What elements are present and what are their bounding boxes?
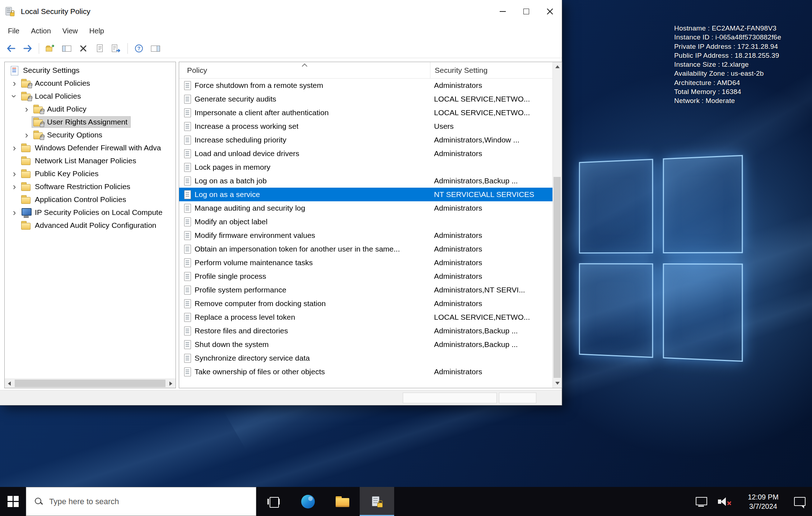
instance-info-line: Network : Moderate [674,96,781,105]
tree-item-label: Security Options [47,131,102,139]
tree-item[interactable]: User Rights Assignment [5,116,176,128]
export-list-button[interactable] [109,41,124,56]
policy-row[interactable]: Replace a process level token LOCAL SERV… [179,310,552,324]
task-view-button[interactable] [256,487,291,516]
tree-item[interactable]: › Public Key Policies [5,167,176,180]
show-action-pane-button[interactable] [148,41,163,56]
help-button[interactable]: ? [131,41,146,56]
policy-row[interactable]: Perform volume maintenance tasks Adminis… [179,256,552,269]
policy-row[interactable]: Force shutdown from a remote system Admi… [179,79,552,92]
policy-row[interactable]: Obtain an impersonation token for anothe… [179,242,552,256]
policy-row[interactable]: Generate security audits LOCAL SERVICE,N… [179,92,552,106]
policy-row[interactable]: Increase a process working set Users [179,119,552,133]
policy-row[interactable]: Load and unload device drivers Administr… [179,147,552,160]
policy-row[interactable]: Take ownership of files or other objects… [179,365,552,379]
taskbar-clock[interactable]: 12:09 PM 3/7/2024 [743,492,783,511]
scroll-up-button[interactable] [553,62,562,71]
policy-cell: Restore files and directories [195,327,288,335]
column-header-security-setting[interactable]: Security Setting [430,62,562,78]
policy-doc-icon [184,190,191,199]
minimize-button[interactable] [491,0,514,23]
tree-item[interactable]: › Software Restriction Policies [5,180,176,193]
tree-item[interactable]: › IP Security Policies on Local Compute [5,206,176,219]
chevron-icon[interactable]: › [9,208,20,217]
tree-item[interactable]: Security Settings [5,64,176,77]
tree-item-icon [33,118,44,126]
tree-item[interactable]: › Security Options [5,128,176,141]
lock-badge-icon [40,136,44,140]
maximize-button[interactable] [514,0,538,23]
properties-button[interactable] [92,41,107,56]
policy-row[interactable]: Modify firmware environment values Admin… [179,229,552,242]
policy-row[interactable]: Synchronize directory service data [179,351,552,365]
local-security-policy-taskbar-button[interactable] [360,487,394,516]
policy-row[interactable]: Remove computer from docking station Adm… [179,297,552,310]
chevron-icon[interactable]: › [9,79,20,88]
instance-info-line: Architecture : AMD64 [674,78,781,87]
policy-cell: Load and unload device drivers [195,149,299,158]
tree-item[interactable]: Advanced Audit Policy Configuration [5,219,176,232]
tree-item[interactable]: Application Control Policies [5,193,176,206]
policy-row[interactable]: Impersonate a client after authenticatio… [179,106,552,119]
tree-item[interactable]: › Local Policies [5,90,176,103]
policy-row[interactable]: Increase scheduling priority Administrat… [179,133,552,147]
search-icon [34,497,43,506]
tree-item[interactable]: › Windows Defender Firewall with Adva [5,141,176,154]
delete-button[interactable] [76,41,91,56]
network-icon[interactable] [695,497,707,507]
scroll-down-button[interactable] [553,379,562,388]
action-center-icon[interactable] [794,497,806,506]
scroll-left-button[interactable] [5,379,14,388]
chevron-icon[interactable]: › [9,169,20,178]
tree-horizontal-scrollbar[interactable] [5,379,176,388]
policy-row[interactable]: Profile system performance Administrator… [179,283,552,297]
forward-button[interactable] [20,41,35,56]
left-arrow-icon [8,381,11,386]
policy-cell: Shut down the system [195,340,269,349]
volume-muted-icon[interactable] [718,496,732,507]
scroll-right-button[interactable] [166,379,176,388]
policy-doc-icon [184,258,191,267]
chevron-icon[interactable]: › [9,143,20,153]
chevron-icon[interactable]: › [10,91,19,102]
file-explorer-button[interactable] [325,487,360,516]
tree-item[interactable]: Network List Manager Policies [5,154,176,167]
tree-item[interactable]: › Account Policies [5,77,176,90]
search-input[interactable] [49,497,229,506]
chevron-icon[interactable]: › [21,130,32,140]
policy-row[interactable]: Lock pages in memory [179,160,552,174]
titlebar[interactable]: Local Security Policy [0,0,562,23]
close-button[interactable] [538,0,562,23]
scrollbar-thumb[interactable] [15,380,165,387]
policy-cell: Lock pages in memory [195,163,270,172]
list-vertical-scrollbar[interactable] [552,62,562,388]
scrollbar-thumb[interactable] [554,177,561,378]
tree-item-icon [21,208,32,217]
edge-button[interactable] [291,487,325,516]
menu-view[interactable]: View [57,23,84,39]
policy-row[interactable]: Log on as a service NT SERVICE\ALL SERVI… [179,188,552,201]
back-button[interactable] [4,41,19,56]
policy-row[interactable]: Manage auditing and security log Adminis… [179,201,552,215]
policy-row[interactable]: Modify an object label [179,215,552,229]
tree-item[interactable]: › Audit Policy [5,103,176,116]
policy-row[interactable]: Log on as a batch job Administrators,Bac… [179,174,552,188]
menu-action[interactable]: Action [25,23,57,39]
menu-file[interactable]: File [2,23,25,39]
menu-help[interactable]: Help [84,23,110,39]
policy-row[interactable]: Restore files and directories Administra… [179,324,552,338]
policy-row[interactable]: Profile single process Administrators [179,269,552,283]
svg-text:?: ? [137,46,141,51]
start-button[interactable] [0,487,26,516]
tree-item-label: User Rights Assignment [47,118,127,126]
menubar: File Action View Help [0,23,562,39]
system-tray: 12:09 PM 3/7/2024 [695,487,809,516]
chevron-icon[interactable]: › [21,104,32,114]
chevron-icon[interactable]: › [9,182,20,191]
export-button[interactable] [43,41,58,56]
tree-item-icon [9,66,20,75]
show-console-tree-button[interactable] [59,41,74,56]
policy-row[interactable]: Shut down the system Administrators,Back… [179,338,552,351]
local-security-policy-window: Local Security Policy File Action View H… [0,0,562,405]
taskbar-search[interactable] [26,487,256,516]
